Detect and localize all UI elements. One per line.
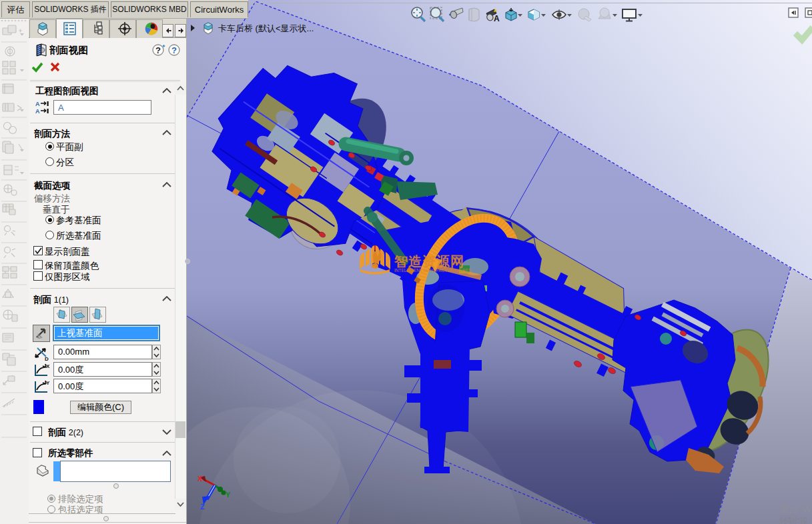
svg-text:X: X — [197, 475, 203, 483]
svg-text:A: A — [35, 101, 40, 107]
svg-text:转到"设: 转到"设 — [779, 516, 809, 524]
svg-text:Y: Y — [46, 380, 50, 386]
svg-text:INTELLIGENT MANUFACTURING RES: INTELLIGENT MANUFACTURING RES — [394, 268, 472, 273]
svg-text:Z: Z — [200, 503, 205, 511]
svg-text:?: ? — [155, 45, 161, 55]
svg-text:激活 W: 激活 W — [779, 503, 812, 514]
svg-text:A: A — [35, 108, 40, 114]
svg-text:Y: Y — [226, 491, 231, 499]
svg-text:D: D — [45, 356, 49, 361]
svg-text:?: ? — [171, 45, 177, 55]
svg-text:智造资源网: 智造资源网 — [394, 254, 464, 269]
svg-text:X: X — [46, 363, 50, 369]
